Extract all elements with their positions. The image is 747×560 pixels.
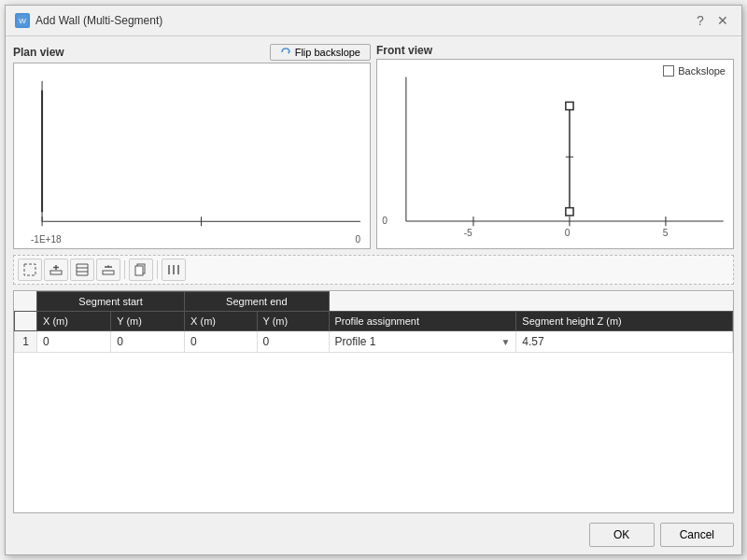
svg-text:5: 5 xyxy=(663,228,669,238)
dialog: W Add Wall (Multi-Segment) ? ✕ Plan view xyxy=(5,5,742,555)
data-table: Segment start Segment end X (m) Y (m) X … xyxy=(13,290,734,513)
title-bar: W Add Wall (Multi-Segment) ? ✕ xyxy=(6,6,741,36)
backslope-label-text: Backslope xyxy=(678,65,726,77)
svg-rect-20 xyxy=(566,208,573,216)
columns-button[interactable] xyxy=(162,259,186,281)
plan-view-header: Plan view Flip backslope xyxy=(13,44,371,61)
views-row: Plan view Flip backslope xyxy=(13,44,734,249)
plan-axis-zero-label: 0 xyxy=(355,234,360,245)
svg-rect-31 xyxy=(103,271,114,274)
svg-text:-5: -5 xyxy=(464,228,472,238)
title-controls: ? ✕ xyxy=(691,11,732,30)
front-view-header: Front view xyxy=(376,44,734,57)
footer-buttons: OK Cancel xyxy=(13,519,734,547)
cell-seg-start-y[interactable]: 0 xyxy=(111,331,185,353)
plan-axis-neg-label: -1E+18 xyxy=(31,234,62,245)
plan-view-canvas: -1E+18 0 xyxy=(13,63,371,249)
select-icon xyxy=(23,263,36,276)
svg-text:W: W xyxy=(19,17,26,25)
flip-backslope-button[interactable]: Flip backslope xyxy=(270,44,371,61)
cell-seg-end-y[interactable]: 0 xyxy=(257,331,329,353)
segment-end-header: Segment end xyxy=(185,292,329,312)
add-row-button[interactable] xyxy=(44,259,68,281)
backslope-checkbox[interactable] xyxy=(663,65,674,77)
segment-start-header: Segment start xyxy=(37,292,185,312)
cell-height: 4.57 xyxy=(516,331,733,353)
col-header-seg-end-x: X (m) xyxy=(185,312,257,331)
col-header-seg-start-y: Y (m) xyxy=(111,312,185,331)
cancel-button[interactable]: Cancel xyxy=(660,523,734,547)
dropdown-arrow-icon: ▼ xyxy=(500,337,510,347)
front-view-container: Front view Backslope xyxy=(376,44,734,249)
add-row-icon xyxy=(49,263,63,276)
col-header-seg-end-y: Y (m) xyxy=(257,312,329,331)
svg-rect-21 xyxy=(24,264,35,275)
front-view-label: Front view xyxy=(376,44,432,57)
columns-icon xyxy=(167,263,180,276)
plan-view-label: Plan view xyxy=(13,46,64,59)
svg-text:0: 0 xyxy=(565,228,571,238)
cell-profile[interactable]: Profile 1 ▼ xyxy=(329,331,516,353)
grid-icon xyxy=(76,263,89,276)
select-button[interactable] xyxy=(18,259,42,281)
flip-icon xyxy=(280,47,291,58)
front-view-svg: -5 0 5 0 xyxy=(377,60,733,248)
grid-button[interactable] xyxy=(70,259,94,281)
col-header-profile: Profile assignment xyxy=(329,312,516,331)
row-number: 1 xyxy=(15,331,37,353)
copy-button[interactable] xyxy=(129,259,153,281)
table-group-header-row: Segment start Segment end xyxy=(15,292,733,312)
backslope-control: Backslope xyxy=(663,65,726,77)
toolbar-separator-2 xyxy=(157,260,158,279)
front-view-canvas: Backslope -5 0 5 0 xyxy=(376,59,734,249)
svg-marker-2 xyxy=(288,50,289,54)
delete-icon xyxy=(102,263,115,276)
delete-button[interactable] xyxy=(96,259,120,281)
close-button[interactable]: ✕ xyxy=(713,11,732,30)
svg-rect-22 xyxy=(50,271,62,274)
col-header-seg-start-x: X (m) xyxy=(37,312,111,331)
toolbar-separator-1 xyxy=(124,260,125,279)
title-bar-left: W Add Wall (Multi-Segment) xyxy=(15,13,162,28)
svg-text:0: 0 xyxy=(382,216,388,226)
main-content: Plan view Flip backslope xyxy=(6,36,741,554)
svg-rect-18 xyxy=(566,102,573,109)
copy-icon xyxy=(134,263,148,276)
svg-rect-35 xyxy=(135,266,143,275)
dialog-title: Add Wall (Multi-Segment) xyxy=(35,14,162,27)
ok-button[interactable]: OK xyxy=(589,523,655,547)
app-icon: W xyxy=(15,13,30,28)
toolbar xyxy=(13,255,734,285)
col-header-height: Segment height Z (m) xyxy=(516,312,733,331)
plan-view-svg xyxy=(14,63,370,248)
table-col-header-row: X (m) Y (m) X (m) Y (m) Profile assignme… xyxy=(15,312,733,331)
help-button[interactable]: ? xyxy=(691,11,710,30)
plan-view-container: Plan view Flip backslope xyxy=(13,44,371,249)
cell-seg-end-x[interactable]: 0 xyxy=(185,331,257,353)
table-row: 1 0 0 0 0 xyxy=(15,331,733,353)
profile-value: Profile 1 xyxy=(335,335,376,348)
cell-seg-start-x[interactable]: 0 xyxy=(37,331,111,353)
